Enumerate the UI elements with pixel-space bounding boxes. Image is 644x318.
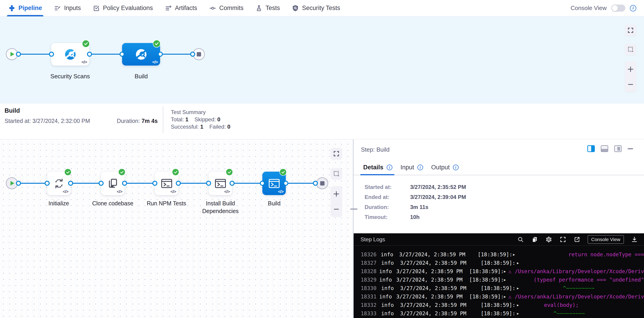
layout-right-panel-button[interactable] xyxy=(587,145,595,152)
expand-arrow-icon[interactable]: ▸ xyxy=(517,309,522,318)
info-icon[interactable]: i xyxy=(418,165,423,170)
step-panel-title: Step: Build xyxy=(361,146,390,153)
stage-end-node[interactable] xyxy=(316,177,328,189)
connector-line xyxy=(178,183,208,184)
log-row[interactable]: 18326info3/27/2024, 2:38:59 PM[18:38:59]… xyxy=(354,250,644,259)
external-link-icon xyxy=(574,237,580,242)
node-port xyxy=(260,181,265,186)
panel-resize-handle[interactable] xyxy=(350,209,358,210)
log-message: ^~~~~~~~~~ xyxy=(522,309,585,318)
fullscreen-icon xyxy=(628,27,634,33)
log-row[interactable]: 18328info3/27/2024, 2:38:59 PM[18:38:59]… xyxy=(354,267,644,276)
log-message: (typeof performance === "undefined" xyxy=(508,276,644,284)
log-timestamp: [18:38:59]: xyxy=(478,250,513,259)
tab-label: Output xyxy=(431,164,450,171)
log-row[interactable]: 18327info3/27/2024, 2:38:59 PM[18:38:59]… xyxy=(354,259,644,267)
step-details-panel: Step: Build Details i Input i Output xyxy=(354,139,644,318)
zoom-controls xyxy=(625,61,636,92)
info-icon[interactable]: i xyxy=(387,165,392,170)
expand-arrow-icon[interactable]: ▸ xyxy=(517,259,522,267)
log-settings-button[interactable] xyxy=(545,236,552,243)
step-label-build[interactable]: Build xyxy=(247,199,302,207)
log-level: info xyxy=(379,293,396,301)
minimize-panel-button[interactable] xyxy=(628,148,633,149)
tab-inputs[interactable]: Inputs xyxy=(54,0,81,16)
step-logs-console: Step Logs xyxy=(354,233,644,318)
divider xyxy=(163,106,163,133)
successful-label: Successful: xyxy=(171,124,199,130)
minus-icon xyxy=(333,206,340,212)
layout-floating-panel-button[interactable] xyxy=(614,145,622,152)
expand-arrow-icon[interactable]: ▸ xyxy=(513,250,518,259)
success-badge xyxy=(280,169,286,175)
marquee-select-button[interactable] xyxy=(331,168,342,179)
minus-icon xyxy=(628,81,634,88)
log-row[interactable]: 18333info3/27/2024, 2:38:59 PM[18:38:59]… xyxy=(354,309,644,318)
step-graph-canvas[interactable]: </> </> </> xyxy=(0,139,354,318)
console-view-button[interactable]: Console View xyxy=(588,235,624,244)
connector-line xyxy=(286,183,316,184)
tab-input[interactable]: Input i xyxy=(400,164,423,171)
detail-row: Started at: 3/27/2024, 2:35:52 PM xyxy=(364,182,466,192)
expand-arrow-icon[interactable]: ▸ xyxy=(504,276,508,284)
tab-output[interactable]: Output i xyxy=(431,164,459,171)
download-logs-button[interactable] xyxy=(631,236,638,243)
log-row[interactable]: 18329info3/27/2024, 2:38:59 PM[18:38:59]… xyxy=(354,276,644,284)
download-icon xyxy=(631,236,638,243)
stage-graph-canvas[interactable]: </> </> Security Scans Build xyxy=(0,16,644,104)
zoom-out-button[interactable] xyxy=(625,78,636,91)
copy-logs-button[interactable] xyxy=(531,236,538,243)
duration-text: Duration: 7m 4s xyxy=(117,118,158,124)
code-glyph: </> xyxy=(63,189,68,194)
log-row[interactable]: 18332info3/27/2024, 2:38:59 PM[18:38:59]… xyxy=(354,301,644,309)
tab-security-tests[interactable]: Security Tests xyxy=(292,0,340,16)
console-view-toggle[interactable] xyxy=(611,4,625,11)
node-port xyxy=(176,181,181,186)
fit-to-screen-button[interactable] xyxy=(625,24,636,36)
info-icon[interactable]: i xyxy=(630,5,636,11)
expand-logs-button[interactable] xyxy=(559,236,566,243)
skipped-value: 0 xyxy=(217,116,220,122)
expand-arrow-icon[interactable]: ▸ xyxy=(517,284,522,293)
fullscreen-icon xyxy=(334,151,339,157)
tab-artifacts[interactable]: Artifacts xyxy=(165,0,197,16)
layout-bottom-panel-button[interactable] xyxy=(601,145,608,152)
code-glyph: </> xyxy=(278,189,284,194)
zoom-out-button[interactable] xyxy=(331,202,342,216)
tab-tests[interactable]: Tests xyxy=(255,0,280,16)
step-panel-tabs: Details i Input i Output i xyxy=(363,164,459,171)
log-row[interactable]: 18330info3/27/2024, 2:38:59 PM[18:38:59]… xyxy=(354,284,644,293)
detail-value: 10h xyxy=(410,214,420,220)
marquee-select-button[interactable] xyxy=(625,44,636,55)
zoom-in-button[interactable] xyxy=(331,187,342,201)
log-rows[interactable]: 18326info3/27/2024, 2:38:59 PM[18:38:59]… xyxy=(354,246,644,318)
success-badge xyxy=(119,169,125,175)
code-glyph: </> xyxy=(170,189,176,194)
expand-arrow-icon[interactable]: ▸ xyxy=(504,267,508,276)
expand-arrow-icon[interactable]: ▸ xyxy=(517,301,522,309)
stage-label-build[interactable]: Build xyxy=(107,72,175,80)
step-label-install-build-dependencies[interactable]: Install Build Dependencies xyxy=(196,199,244,215)
tab-commits[interactable]: Commits xyxy=(209,0,244,16)
log-level: info xyxy=(379,276,396,284)
success-badge xyxy=(226,169,232,175)
expand-arrow-icon[interactable]: ▸ xyxy=(504,293,508,301)
commits-icon xyxy=(209,4,216,12)
fit-to-screen-button[interactable] xyxy=(331,148,342,159)
tab-policy-evaluations[interactable]: Policy Evaluations xyxy=(93,0,153,16)
step-label-run-npm-tests[interactable]: Run NPM Tests xyxy=(139,199,194,207)
play-icon xyxy=(10,52,14,56)
failed-label: Failed: xyxy=(209,124,226,130)
stage-label-security-scans[interactable]: Security Scans xyxy=(36,72,104,80)
search-logs-button[interactable] xyxy=(517,236,524,243)
step-label-clone-codebase[interactable]: Clone codebase xyxy=(86,199,140,207)
step-label-initialize[interactable]: Initialize xyxy=(32,199,86,207)
tab-pipeline[interactable]: Pipeline xyxy=(8,0,42,16)
node-port xyxy=(45,181,50,186)
duration-label: Duration: xyxy=(117,118,140,124)
zoom-in-button[interactable] xyxy=(625,62,636,76)
open-in-new-tab-button[interactable] xyxy=(574,236,581,243)
log-row[interactable]: 18331info3/27/2024, 2:38:59 PM[18:38:59]… xyxy=(354,293,644,301)
info-icon[interactable]: i xyxy=(453,165,459,170)
tab-details[interactable]: Details i xyxy=(363,164,392,171)
